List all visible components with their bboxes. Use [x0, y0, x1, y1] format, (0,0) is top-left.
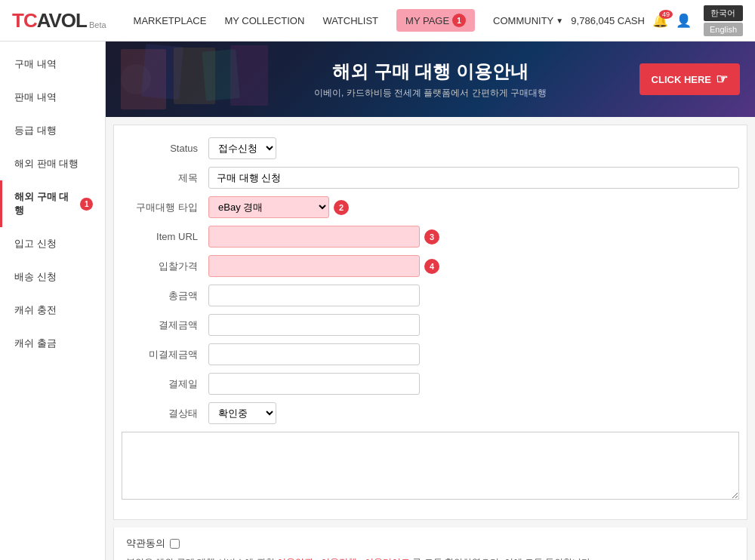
logo-avol: AVOL — [37, 9, 87, 32]
sidebar-item-inbound[interactable]: 입고 신청 — [0, 227, 105, 260]
header-right: 9,786,045 CASH 🔔 49 👤 한국어 English — [571, 5, 743, 36]
sidebar-item-overseas-purchase[interactable]: 해외 구매 대행 1 — [0, 180, 105, 227]
item-url-label: Item URL — [122, 231, 208, 242]
svg-point-5 — [121, 64, 151, 94]
payment-amount-label: 결제금액 — [122, 318, 208, 332]
nav-mypage-badge: 1 — [452, 14, 466, 27]
bid-badge-4: 4 — [424, 259, 439, 274]
total-row: 총금액 — [122, 285, 739, 306]
status-label: Status — [122, 143, 208, 154]
sidebar-item-sales-history[interactable]: 판매 내역 — [0, 81, 105, 114]
status-control: 접수신청 처리중 완료 — [208, 137, 276, 159]
logo[interactable]: TC AVOL Beta — [12, 9, 106, 32]
terms-link-terms[interactable]: 이용정책 — [321, 557, 357, 560]
cursor-icon: ☞ — [716, 71, 728, 88]
notes-textarea[interactable] — [122, 432, 739, 500]
sidebar-badge: 1 — [80, 198, 93, 211]
unpaid-input[interactable] — [208, 343, 420, 365]
purchase-type-control: eBay 경매 eBay 즉구 Amazon 기타 2 — [208, 196, 349, 218]
payment-amount-input[interactable] — [208, 314, 420, 336]
banner-text: 해외 구매 대행 이용안내 이베이, 카드하비등 전세계 플랫폼에서 간편하게 … — [314, 60, 547, 100]
item-url-control: 3 — [208, 226, 439, 248]
banner-decoration — [113, 42, 279, 117]
terms-section: 약관동의 본인은 해외 구매 대행 서비스에 관한 이용약관 , 이용정책 , … — [113, 528, 747, 560]
payment-date-input[interactable] — [208, 373, 420, 395]
terms-link-guide[interactable]: 이용가이드 — [365, 557, 410, 560]
unpaid-row: 미결제금액 — [122, 343, 739, 365]
item-url-row: Item URL 3 — [122, 226, 739, 248]
banner-click-here-button[interactable]: CLICK HERE ☞ — [639, 63, 740, 95]
form-section: Status 접수신청 처리중 완료 제목 구매대행 타입 — [113, 125, 747, 520]
terms-link-policy[interactable]: 이용약관 — [277, 557, 313, 560]
banner-subtitle: 이베이, 카드하비등 전세계 플랫폼에서 간편하게 구매대행 — [314, 87, 547, 100]
textarea-row — [122, 432, 739, 500]
total-input[interactable] — [208, 285, 420, 306]
payment-date-row: 결제일 — [122, 373, 739, 395]
nav-mypage[interactable]: MY PAGE 1 — [396, 9, 475, 32]
terms-text: 본인은 해외 구매 대행 서비스에 관한 이용약관 , 이용정책 , 이용가이드… — [126, 555, 735, 560]
sidebar-item-cash-withdraw[interactable]: 캐쉬 출금 — [0, 327, 105, 360]
payment-amount-row: 결제금액 — [122, 314, 739, 336]
main-nav: MARKETPLACE MY COLLECTION WATCHLIST MY P… — [134, 9, 572, 32]
bid-price-input[interactable] — [208, 255, 420, 277]
lang-switcher: 한국어 English — [704, 5, 743, 36]
terms-agree-label: 약관동의 — [126, 537, 165, 550]
total-label: 총금액 — [122, 289, 208, 303]
bid-price-label: 입찰가격 — [122, 260, 208, 273]
purchase-type-row: 구매대행 타입 eBay 경매 eBay 즉구 Amazon 기타 2 — [122, 196, 739, 218]
bid-price-control: 4 — [208, 255, 439, 277]
bell-button[interactable]: 🔔 49 — [652, 13, 668, 29]
terms-agree-row: 약관동의 — [126, 537, 735, 550]
lang-english-button[interactable]: English — [704, 23, 743, 36]
sidebar-item-cash-charge[interactable]: 캐쉬 충전 — [0, 294, 105, 327]
terms-checkbox[interactable] — [170, 539, 180, 549]
type-badge-2: 2 — [334, 200, 349, 215]
sidebar-item-shipping[interactable]: 배송 신청 — [0, 260, 105, 294]
user-icon[interactable]: 👤 — [676, 13, 692, 29]
main-content: 해외 구매 대행 이용안내 이베이, 카드하비등 전세계 플랫폼에서 간편하게 … — [106, 42, 755, 560]
status-row: Status 접수신청 처리중 완료 — [122, 137, 739, 159]
sidebar-item-purchase-history[interactable]: 구매 내역 — [0, 48, 105, 81]
banner: 해외 구매 대행 이용안내 이베이, 카드하비등 전세계 플랫폼에서 간편하게 … — [106, 42, 755, 117]
main-layout: 구매 내역 판매 내역 등급 대행 해외 판매 대행 해외 구매 대행 1 입고… — [0, 42, 755, 560]
banner-title: 해외 구매 대행 이용안내 — [314, 60, 547, 84]
payment-date-label: 결제일 — [122, 377, 208, 391]
purchase-type-label: 구매대행 타입 — [122, 201, 208, 214]
cash-display: 9,786,045 CASH — [571, 15, 645, 26]
logo-beta: Beta — [89, 20, 106, 29]
title-label: 제목 — [122, 171, 208, 185]
status-select[interactable]: 접수신청 처리중 완료 — [208, 137, 276, 159]
logo-tc: TC — [12, 9, 37, 32]
nav-watchlist[interactable]: WATCHLIST — [322, 15, 378, 26]
purchase-type-select[interactable]: eBay 경매 eBay 즉구 Amazon 기타 — [208, 196, 329, 218]
dropdown-arrow-icon: ▼ — [556, 17, 563, 25]
lang-korean-button[interactable]: 한국어 — [704, 5, 743, 21]
svg-rect-4 — [230, 45, 268, 106]
nav-community[interactable]: COMMUNITY ▼ — [493, 15, 563, 26]
nav-marketplace[interactable]: MARKETPLACE — [134, 15, 207, 26]
unpaid-label: 미결제금액 — [122, 348, 208, 362]
title-input[interactable] — [208, 167, 739, 189]
url-badge-3: 3 — [424, 229, 439, 245]
payment-status-row: 결상태 확인중 확인완료 미확인 — [122, 402, 739, 424]
sidebar-item-grade-proxy[interactable]: 등급 대행 — [0, 114, 105, 147]
item-url-input[interactable] — [208, 226, 420, 248]
bid-price-row: 입찰가격 4 — [122, 255, 739, 277]
terms-suffix: 를 모두 확인하였으며, 이에 모두 동의합니다. — [412, 557, 593, 560]
payment-status-select[interactable]: 확인중 확인완료 미확인 — [208, 402, 276, 424]
header: TC AVOL Beta MARKETPLACE MY COLLECTION W… — [0, 0, 755, 42]
bell-badge: 49 — [659, 10, 673, 19]
sidebar-item-overseas-sales[interactable]: 해외 판매 대행 — [0, 147, 105, 180]
title-row: 제목 — [122, 167, 739, 189]
sidebar: 구매 내역 판매 내역 등급 대행 해외 판매 대행 해외 구매 대행 1 입고… — [0, 42, 106, 560]
nav-mycollection[interactable]: MY COLLECTION — [224, 15, 304, 26]
terms-prefix: 본인은 해외 구매 대행 서비스에 관한 — [126, 557, 277, 560]
payment-status-label: 결상태 — [122, 407, 208, 420]
